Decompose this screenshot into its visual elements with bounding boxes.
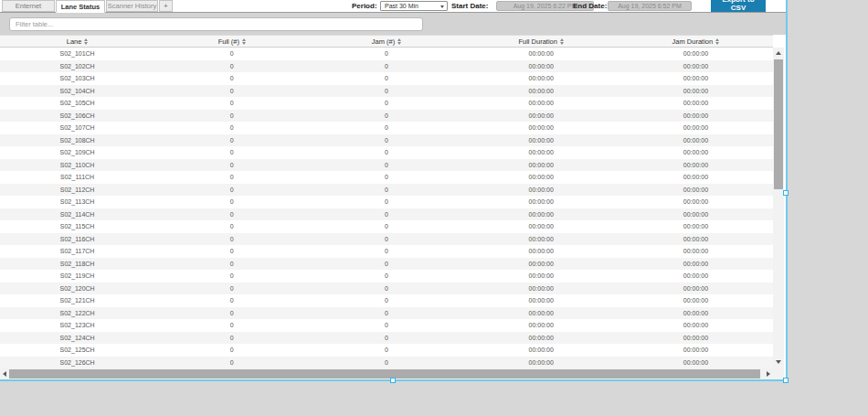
lane-cell: S02_109CH <box>0 146 154 159</box>
export-csv-button[interactable]: Export to CSV <box>711 0 766 12</box>
table-row: S02_114CH 0 0 00:00:00 00:00:00 <box>0 208 773 221</box>
table-row: S02_120CH 0 0 00:00:00 00:00:00 <box>0 283 773 295</box>
full-duration-cell: 00:00:00 <box>464 196 619 208</box>
full-count-cell: 0 <box>154 134 309 147</box>
full-count-cell: 0 <box>154 258 309 271</box>
full-duration-cell: 00:00:00 <box>464 294 619 307</box>
jam-duration-cell: 00:00:00 <box>619 72 773 85</box>
jam-count-cell: 0 <box>309 233 463 246</box>
lane-cell: S02_126CH <box>0 357 154 369</box>
table-row: S02_108CH 0 0 00:00:00 00:00:00 <box>0 134 773 147</box>
full-duration-cell: 00:00:00 <box>464 332 619 345</box>
column-header-full-duration[interactable]: Full Duration <box>464 36 619 47</box>
lane-cell: S02_110CH <box>0 159 154 172</box>
full-duration-cell: 00:00:00 <box>464 319 619 332</box>
lane-cell: S02_112CH <box>0 184 154 197</box>
lane-cell: S02_103CH <box>0 72 154 85</box>
table-row: S02_105CH 0 0 00:00:00 00:00:00 <box>0 97 773 110</box>
full-count-cell: 0 <box>154 122 309 134</box>
full-count-cell: 0 <box>154 220 309 233</box>
scroll-up-button[interactable] <box>773 48 784 58</box>
full-duration-cell: 00:00:00 <box>464 220 619 233</box>
table-row: S02_107CH 0 0 00:00:00 00:00:00 <box>0 122 773 134</box>
vertical-scrollbar-thumb[interactable] <box>774 59 783 189</box>
scroll-down-button[interactable] <box>773 357 784 367</box>
full-duration-cell: 00:00:00 <box>464 72 619 85</box>
lane-cell: S02_117CH <box>0 245 154 258</box>
tab-scanner-history[interactable]: Scanner History <box>106 0 158 12</box>
period-select-value: Past 30 Min <box>385 3 418 9</box>
resize-handle-right[interactable] <box>783 190 789 196</box>
full-duration-cell: 00:00:00 <box>464 110 619 123</box>
tab-enternet[interactable]: Enternet <box>2 0 55 12</box>
jam-duration-cell: 00:00:00 <box>619 122 773 134</box>
full-count-cell: 0 <box>154 283 309 295</box>
end-date-field[interactable]: Aug 19, 2025 6:52 PM <box>608 1 692 11</box>
period-select[interactable]: Past 30 Min <box>380 1 448 11</box>
full-count-cell: 0 <box>154 332 309 345</box>
jam-duration-cell: 00:00:00 <box>619 184 773 197</box>
resize-handle-bottom-right[interactable] <box>783 378 789 383</box>
table-row: S02_109CH 0 0 00:00:00 00:00:00 <box>0 146 773 159</box>
period-label: Period: <box>352 2 377 10</box>
full-duration-cell: 00:00:00 <box>464 48 619 60</box>
jam-duration-cell: 00:00:00 <box>619 283 773 295</box>
full-duration-cell: 00:00:00 <box>464 134 619 147</box>
lane-cell: S02_114CH <box>0 208 154 221</box>
full-count-cell: 0 <box>154 184 309 197</box>
column-header-jam[interactable]: Jam (#) <box>309 36 463 47</box>
column-header-jam-duration[interactable]: Jam Duration <box>619 36 773 47</box>
full-duration-cell: 00:00:00 <box>464 97 619 110</box>
filter-input[interactable] <box>9 17 423 31</box>
full-count-cell: 0 <box>154 171 309 184</box>
jam-duration-cell: 00:00:00 <box>619 344 773 357</box>
scroll-right-button[interactable] <box>764 368 772 379</box>
lane-cell: S02_104CH <box>0 85 154 98</box>
table-row: S02_110CH 0 0 00:00:00 00:00:00 <box>0 159 773 172</box>
table-row: S02_102CH 0 0 00:00:00 00:00:00 <box>0 60 773 73</box>
jam-count-cell: 0 <box>309 283 463 295</box>
jam-duration-cell: 00:00:00 <box>619 134 773 147</box>
jam-duration-cell: 00:00:00 <box>619 48 773 60</box>
table-row: S02_111CH 0 0 00:00:00 00:00:00 <box>0 171 773 184</box>
jam-duration-cell: 00:00:00 <box>619 208 773 221</box>
full-count-cell: 0 <box>154 319 309 332</box>
full-duration-cell: 00:00:00 <box>464 208 619 221</box>
jam-count-cell: 0 <box>309 220 463 233</box>
jam-count-cell: 0 <box>309 48 463 60</box>
horizontal-scrollbar-thumb[interactable] <box>9 369 760 379</box>
table-row: S02_106CH 0 0 00:00:00 00:00:00 <box>0 110 773 123</box>
jam-count-cell: 0 <box>309 196 463 208</box>
column-header-full[interactable]: Full (#) <box>154 36 309 47</box>
jam-count-cell: 0 <box>309 97 463 110</box>
tab-lane-status[interactable]: Lane Status <box>56 0 105 13</box>
jam-duration-cell: 00:00:00 <box>619 245 773 258</box>
column-header-label: Jam (#) <box>372 37 395 46</box>
resize-handle-bottom[interactable] <box>390 378 396 383</box>
full-count-cell: 0 <box>154 85 309 98</box>
vertical-scrollbar[interactable] <box>773 48 784 368</box>
end-date-label: End Date: <box>573 2 607 10</box>
full-duration-cell: 00:00:00 <box>464 307 619 320</box>
table-row: S02_124CH 0 0 00:00:00 00:00:00 <box>0 332 773 345</box>
lane-cell: S02_118CH <box>0 258 154 271</box>
jam-duration-cell: 00:00:00 <box>619 146 773 159</box>
jam-count-cell: 0 <box>309 294 463 307</box>
sort-icon <box>397 38 401 45</box>
full-duration-cell: 00:00:00 <box>464 159 619 172</box>
full-count-cell: 0 <box>154 344 309 357</box>
chevron-down-icon <box>440 5 444 8</box>
start-date-label: Start Date: <box>451 2 488 10</box>
lane-cell: S02_123CH <box>0 319 154 332</box>
scroll-left-button[interactable] <box>0 368 8 379</box>
jam-duration-cell: 00:00:00 <box>619 319 773 332</box>
jam-count-cell: 0 <box>309 110 463 123</box>
jam-count-cell: 0 <box>309 184 463 197</box>
table-header: Lane Full (#) Jam (#) Full Duration Jam … <box>0 35 773 48</box>
full-count-cell: 0 <box>154 307 309 320</box>
table-body: S02_101CH 0 0 00:00:00 00:00:00 S02_102C… <box>0 48 773 368</box>
new-tab-button[interactable]: + <box>159 0 173 12</box>
jam-count-cell: 0 <box>309 60 463 73</box>
column-header-lane[interactable]: Lane <box>0 36 154 47</box>
full-count-cell: 0 <box>154 110 309 123</box>
